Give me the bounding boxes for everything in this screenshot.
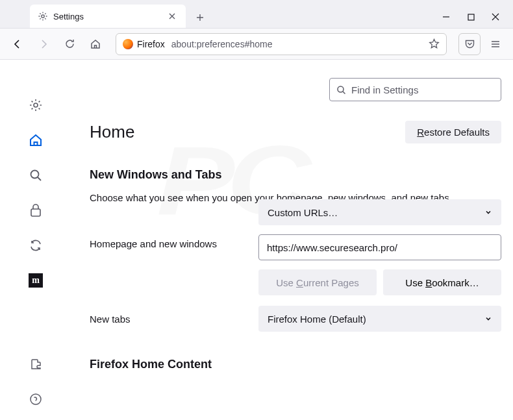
search-placeholder: Find in Settings <box>351 84 418 95</box>
svg-point-6 <box>338 86 344 92</box>
settings-search-input[interactable]: Find in Settings <box>329 78 501 101</box>
sidebar-item-home[interactable] <box>27 131 45 149</box>
homepage-label: Homepage and new windows <box>90 238 258 249</box>
svg-point-0 <box>42 15 44 18</box>
restore-defaults-button[interactable]: RRestore Defaultsestore Defaults <box>405 121 501 143</box>
forward-button[interactable] <box>32 33 55 55</box>
svg-rect-4 <box>31 209 40 216</box>
newtabs-dropdown[interactable]: Firefox Home (Default) <box>258 306 501 332</box>
section-title: New Windows and Tabs <box>90 168 501 182</box>
content-area: m PC Find in Settings Home RRestore Defa… <box>0 60 513 420</box>
dropdown-value: Custom URLs… <box>268 207 338 218</box>
reload-button[interactable] <box>58 33 81 55</box>
svg-rect-1 <box>468 14 474 20</box>
chevron-down-icon <box>484 208 492 216</box>
sidebar-item-extensions[interactable] <box>27 355 45 373</box>
sidebar-item-privacy[interactable] <box>27 201 45 219</box>
sidebar-item-general[interactable] <box>27 96 45 114</box>
pocket-button[interactable] <box>458 33 481 55</box>
use-current-pages-button[interactable]: Use Current Pages <box>258 269 377 295</box>
newtabs-label: New tabs <box>90 314 258 325</box>
window-controls <box>442 12 513 28</box>
identity-box: Firefox <box>123 39 165 49</box>
use-bookmark-button[interactable]: Use Bookmark… <box>383 269 501 295</box>
url-text: about:preferences#home <box>171 39 422 49</box>
homepage-dropdown[interactable]: Custom URLs… <box>258 199 501 225</box>
m-icon: m <box>29 273 43 288</box>
urlbar-actions <box>429 38 440 49</box>
sidebar-item-more[interactable]: m <box>27 271 45 290</box>
minimize-button[interactable] <box>442 12 451 21</box>
bookmark-star-icon[interactable] <box>429 38 440 49</box>
identity-label: Firefox <box>137 39 165 49</box>
svg-point-2 <box>34 103 38 107</box>
toolbar: Firefox about:preferences#home <box>0 29 513 60</box>
titlebar: Settings <box>0 0 513 29</box>
sidebar: m <box>0 60 71 420</box>
chevron-down-icon <box>484 315 492 323</box>
maximize-button[interactable] <box>466 12 475 21</box>
svg-point-3 <box>31 171 39 179</box>
page-title: Home <box>90 122 134 142</box>
close-window-button[interactable] <box>491 12 500 21</box>
gear-icon <box>38 11 48 21</box>
tab-title: Settings <box>53 12 161 21</box>
firefox-logo-icon <box>123 39 133 49</box>
main-panel: PC Find in Settings Home RRestore Defaul… <box>71 60 513 420</box>
menu-button[interactable] <box>484 33 507 55</box>
close-icon[interactable] <box>166 10 178 22</box>
url-bar[interactable]: Firefox about:preferences#home <box>116 33 447 55</box>
homepage-url-input[interactable] <box>258 234 501 260</box>
home-button[interactable] <box>84 33 106 55</box>
sidebar-item-sync[interactable] <box>27 236 45 254</box>
browser-tab[interactable]: Settings <box>30 5 186 28</box>
section-title-2: Firefox Home Content <box>90 358 501 371</box>
dropdown-value: Firefox Home (Default) <box>268 314 366 325</box>
new-tab-button[interactable] <box>190 7 210 28</box>
sidebar-item-help[interactable] <box>27 390 45 408</box>
back-button[interactable] <box>6 33 29 55</box>
sidebar-item-search[interactable] <box>27 166 45 184</box>
